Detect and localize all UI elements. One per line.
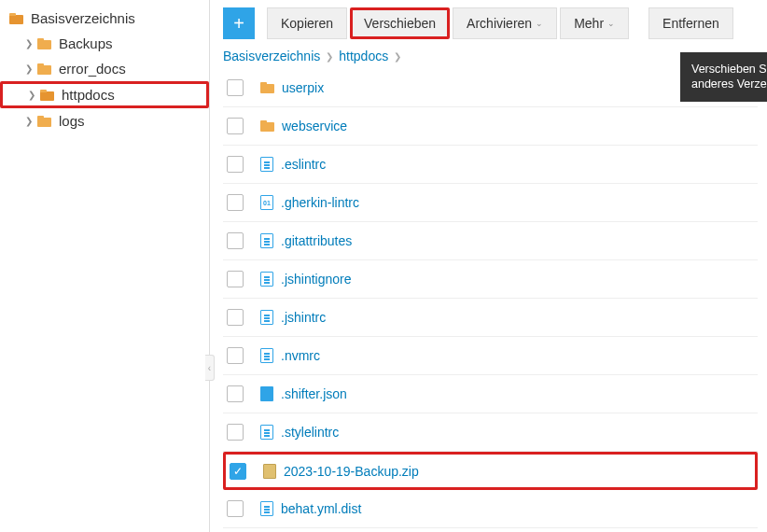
folder-icon — [260, 120, 274, 132]
file-file-icon — [260, 272, 273, 287]
file-file-icon — [260, 501, 273, 516]
more-button[interactable]: Mehr⌄ — [560, 7, 629, 39]
chevron-down-icon: ⌄ — [607, 19, 615, 28]
archive-button[interactable]: Archivieren⌄ — [453, 7, 557, 39]
file-name[interactable]: .jshintrc — [281, 310, 326, 325]
sidebar-item-httpdocs[interactable]: ❯ httpdocs — [0, 81, 209, 108]
sidebar-item-backups[interactable]: ❯ Backups — [0, 31, 209, 56]
file-name[interactable]: .gitattributes — [281, 233, 352, 248]
copy-button[interactable]: Kopieren — [267, 7, 347, 39]
sidebar: Basisverzeichnis ❯ Backups ❯ error_docs … — [0, 0, 210, 532]
file-checkbox[interactable] — [227, 156, 244, 173]
file-checkbox[interactable] — [227, 347, 244, 364]
file-row[interactable]: .gitattributes — [223, 222, 758, 260]
file-name[interactable]: behat.yml.dist — [281, 501, 361, 516]
file-row[interactable]: 01.gherkin-lintrc — [223, 184, 758, 222]
breadcrumb-current[interactable]: httpdocs — [339, 49, 388, 63]
file-file-icon — [260, 157, 273, 172]
file-name[interactable]: .eslintrc — [281, 157, 326, 172]
folder-icon — [37, 116, 51, 127]
sidebar-item-logs[interactable]: ❯ logs — [0, 108, 209, 133]
file-row[interactable]: .jshintignore — [223, 260, 758, 299]
file-name[interactable]: .stylelintrc — [281, 425, 339, 440]
chevron-right-icon: ❯ — [326, 51, 333, 62]
file-checkbox[interactable] — [227, 232, 244, 249]
file-checkbox[interactable] — [227, 271, 244, 287]
sidebar-item-error-docs[interactable]: ❯ error_docs — [0, 56, 209, 81]
file-row[interactable]: behat.yml.dist — [223, 490, 758, 528]
main-panel: + Kopieren Verschieben Archivieren⌄ Mehr… — [210, 0, 767, 532]
file-row[interactable]: .jshintrc — [223, 299, 758, 337]
tree-root[interactable]: Basisverzeichnis — [0, 6, 209, 31]
file-name[interactable]: .jshintignore — [281, 272, 352, 287]
file-checkbox[interactable] — [227, 500, 244, 517]
file-checkbox[interactable] — [227, 118, 244, 134]
file-checkbox[interactable] — [227, 79, 244, 96]
chevron-right-icon: ❯ — [24, 38, 34, 49]
file-checkbox[interactable] — [227, 424, 244, 441]
folder-icon — [40, 90, 54, 101]
json-file-icon — [260, 386, 273, 401]
add-button[interactable]: + — [223, 7, 255, 39]
file-file-icon — [260, 310, 273, 325]
folder-icon — [260, 82, 274, 93]
file-list: userpixwebservice.eslintrc01.gherkin-lin… — [223, 69, 758, 528]
remove-button[interactable]: Entfernen — [648, 7, 733, 39]
file-icon: 01 — [260, 195, 273, 210]
chevron-right-icon: ❯ — [24, 116, 34, 126]
move-tooltip: Verschieben Sie ausgewählte Dateien in e… — [680, 52, 767, 102]
folder-icon — [37, 63, 51, 75]
file-name[interactable]: webservice — [282, 119, 347, 133]
file-row[interactable]: .eslintrc — [223, 146, 758, 184]
chevron-right-icon: ❯ — [24, 63, 34, 74]
file-row[interactable]: ✓2023-10-19-Backup.zip — [223, 452, 758, 490]
breadcrumb: Basisverzeichnis ❯ httpdocs ❯ — [223, 45, 758, 69]
tree-root-label: Basisverzeichnis — [31, 10, 135, 26]
chevron-down-icon: ⌄ — [536, 19, 543, 28]
file-row[interactable]: userpix — [223, 69, 758, 107]
folder-icon — [9, 13, 23, 24]
file-row[interactable]: .shifter.json — [223, 375, 758, 413]
file-checkbox[interactable] — [227, 309, 244, 326]
chevron-right-icon: ❯ — [394, 51, 401, 62]
file-checkbox[interactable] — [227, 194, 244, 211]
file-file-icon — [260, 348, 273, 363]
file-name[interactable]: .nvmrc — [281, 348, 320, 363]
file-row[interactable]: .nvmrc — [223, 337, 758, 375]
file-name[interactable]: 2023-10-19-Backup.zip — [284, 464, 419, 479]
toolbar: + Kopieren Verschieben Archivieren⌄ Mehr… — [223, 7, 758, 39]
zip-file-icon — [263, 464, 276, 479]
file-file-icon — [260, 233, 273, 248]
folder-icon — [37, 38, 51, 49]
chevron-right-icon: ❯ — [27, 90, 36, 100]
breadcrumb-root[interactable]: Basisverzeichnis — [223, 49, 320, 63]
file-checkbox[interactable] — [227, 385, 244, 402]
file-name[interactable]: .shifter.json — [281, 386, 347, 401]
file-row[interactable]: webservice — [223, 107, 758, 146]
file-name[interactable]: userpix — [282, 80, 324, 95]
file-checkbox[interactable]: ✓ — [230, 463, 246, 480]
file-name[interactable]: .gherkin-lintrc — [281, 195, 359, 210]
file-file-icon — [260, 425, 273, 440]
file-row[interactable]: .stylelintrc — [223, 413, 758, 452]
move-button[interactable]: Verschieben — [350, 7, 450, 39]
